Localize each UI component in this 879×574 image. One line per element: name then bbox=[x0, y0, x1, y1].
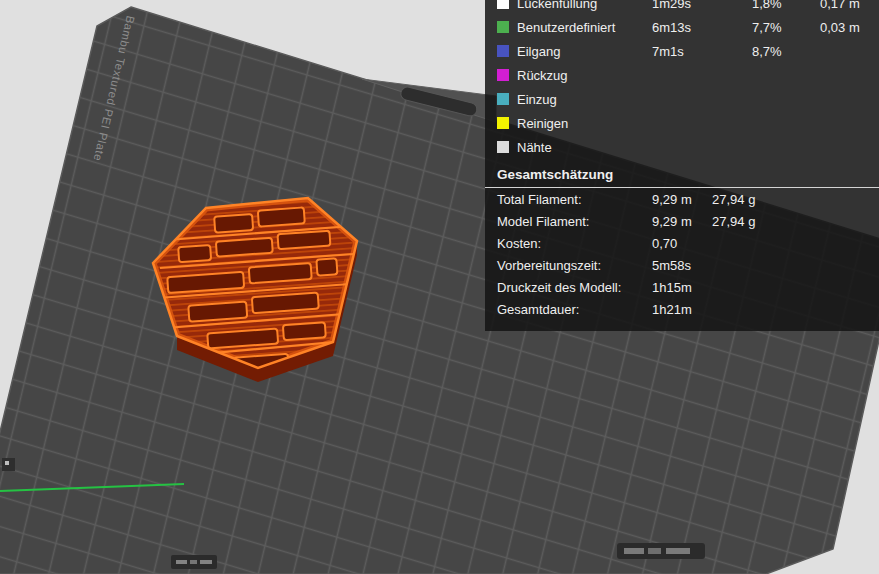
legend-label: Rückzug bbox=[517, 68, 652, 83]
legend-row: Rückzug bbox=[485, 63, 879, 87]
legend-label: Benutzerdefiniert bbox=[517, 20, 652, 35]
legend-row: Eilgang 7m1s 8,7% bbox=[485, 39, 879, 63]
summary-value: 5m58s bbox=[652, 258, 712, 273]
summary-value-2: 27,94 g bbox=[712, 214, 879, 229]
legend-color-swatch bbox=[497, 69, 509, 81]
legend-label: Eilgang bbox=[517, 44, 652, 59]
legend-row: Reinigen bbox=[485, 111, 879, 135]
summary-label: Model Filament: bbox=[497, 214, 652, 229]
legend-label: Reinigen bbox=[517, 116, 652, 131]
legend-color-swatch bbox=[497, 21, 509, 33]
summary-table: Total Filament: 9,29 m 27,94 g Model Fil… bbox=[485, 188, 879, 320]
legend-color-swatch bbox=[497, 117, 509, 129]
legend-color-swatch bbox=[497, 141, 509, 153]
legend-time: 7m1s bbox=[652, 44, 752, 59]
line-type-legend: Lückenfüllung 1m29s 1,8% 0,17 m Benutzer… bbox=[485, 0, 879, 159]
legend-length: 0,03 m bbox=[820, 20, 879, 35]
summary-label: Vorbereitungszeit: bbox=[497, 258, 652, 273]
summary-value: 1h15m bbox=[652, 280, 712, 295]
legend-time: 1m29s bbox=[652, 0, 752, 11]
summary-value: 0,70 bbox=[652, 236, 712, 251]
plate-marking-2 bbox=[617, 543, 705, 559]
summary-row: Kosten: 0,70 bbox=[485, 232, 879, 254]
slicer-preview-window: Bambu Textured PEI Plate bbox=[0, 0, 879, 574]
legend-row: Nähte bbox=[485, 135, 879, 159]
summary-value-2: 27,94 g bbox=[712, 192, 879, 207]
summary-row: Model Filament: 9,29 m 27,94 g bbox=[485, 210, 879, 232]
summary-label: Druckzeit des Modell: bbox=[497, 280, 652, 295]
summary-label: Kosten: bbox=[497, 236, 652, 251]
legend-time: 6m13s bbox=[652, 20, 752, 35]
summary-value: 9,29 m bbox=[652, 214, 712, 229]
legend-row: Lückenfüllung 1m29s 1,8% 0,17 m bbox=[485, 0, 879, 15]
legend-percent: 7,7% bbox=[752, 20, 820, 35]
legend-label: Lückenfüllung bbox=[517, 0, 652, 11]
legend-percent: 1,8% bbox=[752, 0, 820, 11]
summary-row: Gesamtdauer: 1h21m bbox=[485, 298, 879, 320]
legend-color-swatch bbox=[497, 93, 509, 105]
summary-title: Gesamtschätzung bbox=[485, 159, 879, 187]
legend-percent: 8,7% bbox=[752, 44, 820, 59]
summary-value: 1h21m bbox=[652, 302, 712, 317]
legend-color-swatch bbox=[497, 45, 509, 57]
summary-label: Total Filament: bbox=[497, 192, 652, 207]
legend-color-swatch bbox=[497, 0, 509, 9]
legend-length: 0,17 m bbox=[820, 0, 879, 11]
slice-stats-panel: Lückenfüllung 1m29s 1,8% 0,17 m Benutzer… bbox=[485, 0, 879, 331]
summary-row: Druckzeit des Modell: 1h15m bbox=[485, 276, 879, 298]
origin-marker bbox=[2, 458, 15, 471]
summary-row: Total Filament: 9,29 m 27,94 g bbox=[485, 188, 879, 210]
summary-value: 9,29 m bbox=[652, 192, 712, 207]
summary-row: Vorbereitungszeit: 5m58s bbox=[485, 254, 879, 276]
legend-label: Einzug bbox=[517, 92, 652, 107]
plate-marking bbox=[171, 555, 217, 569]
legend-row: Einzug bbox=[485, 87, 879, 111]
summary-label: Gesamtdauer: bbox=[497, 302, 652, 317]
legend-label: Nähte bbox=[517, 140, 652, 155]
legend-row: Benutzerdefiniert 6m13s 7,7% 0,03 m bbox=[485, 15, 879, 39]
